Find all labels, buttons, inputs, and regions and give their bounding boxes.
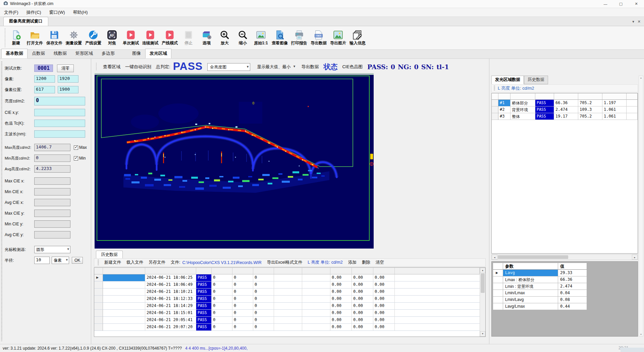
- region-column-header[interactable]: [511, 93, 535, 100]
- history-load-file-button[interactable]: 载入文件: [126, 260, 143, 265]
- toolbar-button-print-report[interactable]: 打印报告: [289, 29, 309, 47]
- subtab-rect-region[interactable]: 矩形区域: [71, 49, 97, 58]
- subtab-luminous-region[interactable]: 发光区域: [145, 49, 171, 58]
- min-checkbox[interactable]: Min: [74, 156, 86, 161]
- history-save-as-button[interactable]: 另存文件: [149, 260, 165, 265]
- history-table-row[interactable]: 2024-06-21 20:05:41 PASS 0 0 0 0.00 0.00…: [94, 317, 485, 324]
- region-column-header[interactable]: [535, 93, 554, 100]
- wavelength-field[interactable]: [34, 130, 85, 138]
- subtab-basic-data[interactable]: 基本数据: [1, 49, 28, 58]
- history-column-header[interactable]: [212, 268, 232, 274]
- pixel-pos-y-field[interactable]: 1900: [58, 86, 78, 93]
- history-column-header[interactable]: [330, 268, 352, 274]
- history-delete-button[interactable]: 删除: [362, 260, 370, 265]
- parameter-row[interactable]: Lavg/Lmax 0.44: [493, 303, 638, 310]
- toolbar-button-measure-settings[interactable]: 测量设置: [64, 29, 84, 47]
- menu-help[interactable]: 帮助(H): [69, 8, 92, 16]
- tab-history-data-right[interactable]: 历史数据: [524, 76, 548, 84]
- display-mode-select[interactable]: 全亮度图: [207, 63, 250, 71]
- toolbar-button-input-info[interactable]: 输入信息: [348, 29, 367, 47]
- region-horizontal-scrollbar[interactable]: ◄ ►: [491, 254, 638, 260]
- toolbar-button-single-test[interactable]: 单次测试: [121, 29, 141, 47]
- subtab-image[interactable]: 图像: [128, 49, 145, 58]
- toolbar-button-focus[interactable]: AF 对焦: [103, 29, 121, 47]
- region-column-header[interactable]: [554, 93, 578, 100]
- history-column-header[interactable]: [145, 268, 196, 274]
- history-vertical-scrollbar[interactable]: ▲ ▼: [480, 268, 485, 337]
- row-selector-cell[interactable]: [94, 281, 103, 289]
- parameter-row[interactable]: Lmax : 桥体部分 66.36: [493, 276, 638, 283]
- parameter-row[interactable]: Lmin/Lmax 0.04: [493, 290, 638, 297]
- history-table-row[interactable]: 2024-06-21 18:06:49 PASS 0 0 0 0.00 0.00…: [94, 281, 485, 289]
- parameter-row[interactable]: Lmin/Lavg 0.08: [493, 297, 638, 303]
- history-table-row[interactable]: 2024-06-21 18:10:21 PASS 0 0 0 0.00 0.00…: [94, 289, 485, 296]
- luminance-image[interactable]: 0: [95, 73, 374, 249]
- radius-input[interactable]: 10: [34, 257, 50, 264]
- toolbar-button-save-file[interactable]: 保存文件: [45, 29, 64, 47]
- toolbar-button-export-image[interactable]: 导出图片: [328, 29, 348, 47]
- color-temp-field[interactable]: [34, 120, 85, 127]
- pixels-width-field[interactable]: 1200: [34, 75, 55, 83]
- history-column-header[interactable]: [196, 268, 212, 274]
- history-clear-button[interactable]: 清空: [376, 260, 384, 265]
- history-column-header[interactable]: [232, 268, 253, 274]
- region-column-header[interactable]: [578, 93, 602, 100]
- subtab-polygon[interactable]: 多边形: [97, 49, 119, 58]
- toolbar-button-new[interactable]: 新建: [7, 29, 25, 47]
- clear-count-button[interactable]: 清零: [57, 64, 74, 72]
- toolbar-button-line-mode[interactable]: 产线模式: [160, 29, 179, 47]
- tab-luminous-region-data[interactable]: 发光区域数据: [491, 76, 524, 84]
- history-table-row[interactable]: 2024-06-21 20:07:20 PASS 0 0 0 0.00 0.00…: [94, 324, 485, 331]
- subtab-point-data[interactable]: 点数据: [28, 49, 49, 58]
- region-column-header[interactable]: [602, 93, 627, 100]
- toolbar-button-line-settings[interactable]: 产线设置: [84, 29, 103, 47]
- toolbar-button-view-image[interactable]: 查看图像: [270, 29, 289, 47]
- region-table-row[interactable]: #3 整体 PASS 19.17 705.2 1.061: [492, 113, 638, 120]
- history-column-header[interactable]: [373, 268, 395, 274]
- history-column-header[interactable]: [274, 268, 302, 274]
- right-edge-scrollbar[interactable]: ▲ ▼: [639, 76, 643, 337]
- radius-ok-button[interactable]: OK: [72, 257, 83, 264]
- history-column-header[interactable]: [302, 268, 330, 274]
- parameter-row[interactable]: Lmin : 背景环境 2.474: [493, 283, 638, 290]
- toolbar-button-export-data[interactable]: TXT 导出数据: [309, 29, 328, 47]
- toolbar-button-zoom-out[interactable]: 缩小: [234, 29, 252, 47]
- scroll-down-icon[interactable]: ▼: [640, 333, 642, 336]
- subtab-line-data[interactable]: 线数据: [49, 49, 71, 58]
- region-table-row[interactable]: #1 桥体部分 PASS 66.36 705.2 1.197: [492, 100, 638, 106]
- tablist-chevron-icon[interactable]: ▾: [632, 19, 634, 24]
- parameter-row[interactable]: Lavg 29.33: [493, 270, 638, 276]
- toolbar-button-options[interactable]: 选项: [198, 29, 216, 47]
- cie-chart-button[interactable]: CIE色品图: [342, 64, 363, 70]
- menu-window[interactable]: 窗口(W): [45, 8, 69, 16]
- show-mode-select[interactable]: 显示最大值、最小: [255, 63, 297, 71]
- menu-operate[interactable]: 操作(C): [22, 8, 45, 16]
- scroll-up-icon[interactable]: ▲: [640, 77, 642, 79]
- pixels-height-field[interactable]: 1920: [58, 75, 78, 83]
- history-table-row[interactable]: 2024-06-21 18:15:01 PASS 0 0 0 0.00 0.00…: [94, 310, 485, 317]
- menu-file[interactable]: 文件(F): [0, 8, 22, 16]
- close-button[interactable]: ✕: [629, 0, 644, 8]
- tab-history-data[interactable]: 历史数据: [96, 251, 123, 259]
- row-selector-cell[interactable]: [94, 310, 103, 317]
- toolbar-button-zoom-in[interactable]: 放大: [216, 29, 234, 47]
- toolbar-button-open-file[interactable]: 打开文件: [25, 29, 45, 47]
- row-selector-cell[interactable]: [94, 324, 103, 331]
- history-add-button[interactable]: 添加: [348, 260, 357, 265]
- row-selector-cell[interactable]: [94, 296, 103, 303]
- cie-xy-field[interactable]: [34, 109, 85, 116]
- pixel-pos-x-field[interactable]: 617: [34, 86, 55, 93]
- max-checkbox[interactable]: Max: [74, 145, 87, 150]
- maximize-button[interactable]: ▢: [613, 0, 629, 8]
- export-data-button[interactable]: 导出数据: [301, 64, 319, 70]
- radius-unit-select[interactable]: 像素: [52, 257, 69, 264]
- row-selector-cell[interactable]: [94, 289, 103, 296]
- region-column-header[interactable]: [498, 93, 511, 100]
- history-new-file-button[interactable]: 新建文件: [104, 260, 121, 265]
- view-region-button[interactable]: 查看区域: [103, 64, 120, 70]
- row-selector-cell[interactable]: [94, 317, 103, 324]
- auto-detect-button[interactable]: 一键自动识别: [125, 64, 151, 70]
- history-export-excel-button[interactable]: 导出Excel格式文件: [267, 260, 303, 265]
- history-table-row[interactable]: 2024-06-21 18:06:25 PASS 0 0 0 0.00 0.00…: [94, 274, 485, 281]
- history-column-header[interactable]: [103, 268, 145, 274]
